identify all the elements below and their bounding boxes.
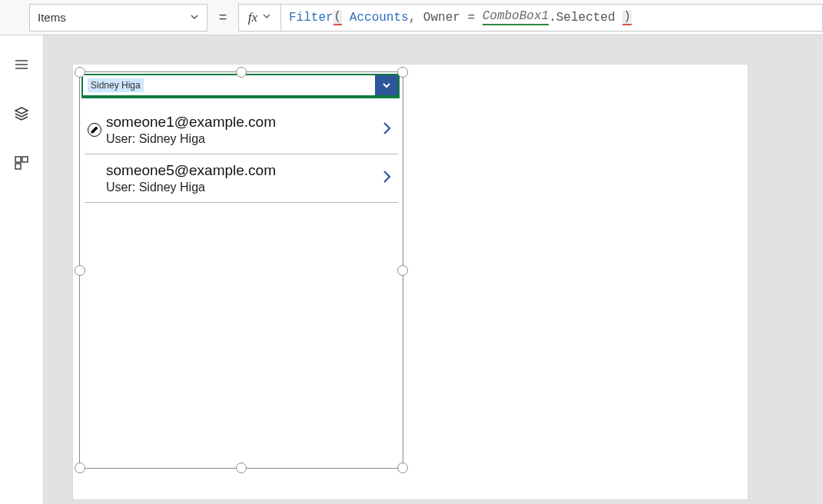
property-dropdown-selected: Items (38, 11, 66, 24)
svg-rect-5 (22, 157, 28, 162)
formula-token-field: Owner (423, 11, 460, 25)
formula-token-eq: = (467, 11, 475, 25)
resize-handle[interactable] (236, 463, 247, 473)
list-item-title: someone5@example.com (106, 162, 377, 179)
canvas-area[interactable]: Sidney Higa someone1@example.comUser: Si… (44, 35, 823, 504)
list-item[interactable]: someone5@example.comUser: Sidney Higa (85, 154, 398, 203)
svg-rect-4 (15, 157, 21, 162)
resize-handle[interactable] (75, 463, 85, 473)
list-item-subtitle: User: Sidney Higa (106, 181, 377, 194)
fx-label: fx (248, 10, 257, 25)
resize-handle[interactable] (397, 265, 408, 276)
formula-token-rparen: ) (622, 10, 632, 25)
resize-handle[interactable] (236, 67, 247, 78)
formula-token-ref: ComboBox1 (483, 9, 549, 25)
chevron-right-icon[interactable] (381, 168, 393, 188)
list-item-text: someone5@example.comUser: Sidney Higa (106, 162, 377, 194)
resize-handle[interactable] (75, 67, 85, 78)
combobox-selection[interactable]: Sidney Higa (83, 75, 375, 95)
list-item-subtitle: User: Sidney Higa (106, 132, 377, 146)
formula-token-comma: , (409, 11, 416, 25)
fx-button[interactable]: fx (238, 4, 281, 32)
combobox-toggle-button[interactable] (375, 75, 398, 95)
formula-token-arg1: Accounts (350, 11, 409, 25)
formula-bar: Items = fx Filter ( Accounts , Owner = C… (0, 0, 823, 35)
property-dropdown[interactable]: Items (29, 4, 207, 32)
combobox-selected-tag: Sidney Higa (88, 78, 144, 92)
resize-handle[interactable] (397, 463, 408, 473)
formula-token-lparen: ( (334, 10, 343, 25)
list-item-title: someone1@example.com (106, 114, 377, 131)
edit-icon[interactable] (88, 123, 101, 137)
svg-rect-6 (15, 164, 21, 169)
chevron-right-icon[interactable] (381, 120, 393, 140)
left-rail (0, 35, 44, 504)
formula-token-fn: Filter (289, 11, 334, 25)
list-item-text: someone1@example.comUser: Sidney Higa (106, 114, 377, 146)
list-item[interactable]: someone1@example.comUser: Sidney Higa (85, 106, 398, 154)
equals-label: = (214, 9, 232, 25)
chevron-down-icon (190, 11, 199, 24)
formula-input[interactable]: Filter ( Accounts , Owner = ComboBox1 .S… (281, 4, 823, 32)
resize-handle[interactable] (397, 67, 408, 78)
chevron-down-icon (262, 12, 271, 24)
gallery-control[interactable]: Sidney Higa someone1@example.comUser: Si… (79, 71, 403, 469)
resize-handle[interactable] (75, 265, 85, 276)
gallery-list: someone1@example.comUser: Sidney Higasom… (85, 106, 398, 203)
svg-marker-3 (15, 108, 28, 114)
formula-token-dotselected: .Selected (549, 11, 615, 25)
chevron-down-icon (381, 80, 392, 91)
screen-artboard[interactable]: Sidney Higa someone1@example.comUser: Si… (73, 65, 748, 499)
grid-icon[interactable] (14, 155, 29, 174)
hamburger-icon[interactable] (14, 57, 29, 75)
layers-icon[interactable] (14, 106, 29, 124)
